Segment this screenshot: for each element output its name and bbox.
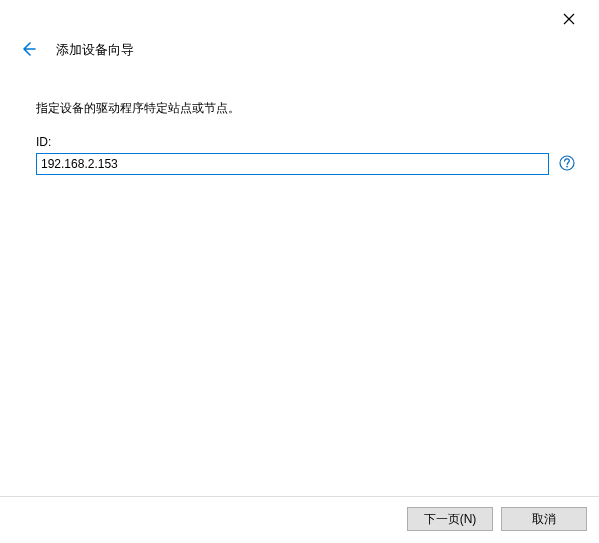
back-button[interactable] — [14, 36, 42, 64]
id-input[interactable] — [36, 153, 549, 175]
help-icon — [559, 155, 575, 174]
next-button[interactable]: 下一页(N) — [407, 507, 493, 531]
instruction-text: 指定设备的驱动程序特定站点或节点。 — [36, 100, 575, 117]
close-icon — [563, 13, 575, 28]
help-button[interactable] — [559, 156, 575, 172]
footer-separator — [0, 496, 599, 497]
svg-point-1 — [566, 165, 568, 167]
back-arrow-icon — [19, 40, 37, 61]
id-label: ID: — [36, 135, 575, 149]
wizard-title: 添加设备向导 — [56, 41, 134, 59]
cancel-button[interactable]: 取消 — [501, 507, 587, 531]
close-button[interactable] — [549, 5, 589, 35]
